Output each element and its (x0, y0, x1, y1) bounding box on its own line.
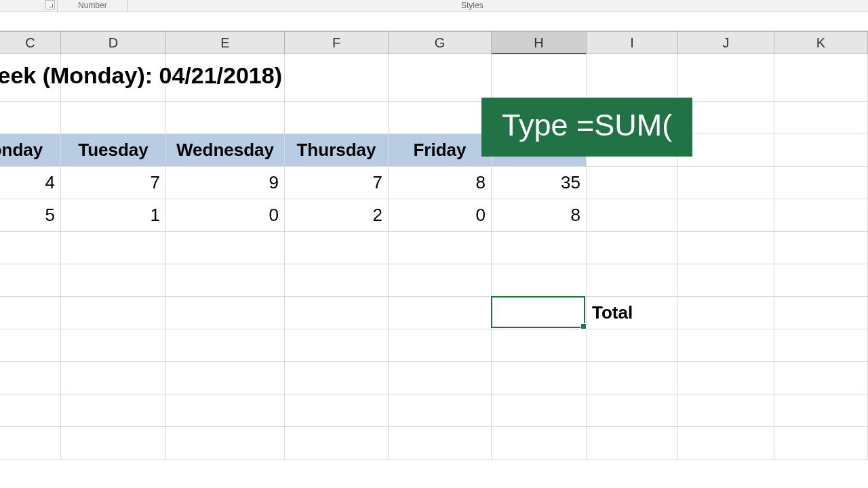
cell[interactable] (587, 362, 678, 394)
cell[interactable]: Tuesday (61, 134, 166, 167)
cell[interactable] (389, 394, 492, 427)
column-header-d[interactable]: D (61, 32, 166, 54)
cell[interactable] (678, 264, 774, 297)
cell[interactable] (492, 394, 587, 427)
cell[interactable] (774, 54, 868, 102)
cell[interactable] (285, 427, 389, 460)
cell[interactable] (166, 102, 285, 134)
cell[interactable] (389, 329, 492, 362)
column-header-f[interactable]: F (285, 32, 389, 54)
cell[interactable] (61, 232, 166, 264)
cell[interactable] (774, 134, 868, 167)
cell[interactable]: 35 (492, 167, 587, 199)
cell[interactable] (492, 264, 587, 297)
cell[interactable] (0, 362, 61, 394)
cell[interactable] (587, 329, 678, 362)
cell[interactable] (285, 329, 389, 362)
cell[interactable] (587, 264, 678, 297)
cell[interactable] (61, 394, 166, 427)
cell[interactable] (774, 264, 868, 297)
cell[interactable] (678, 329, 774, 362)
cell[interactable]: 0 (389, 199, 492, 232)
cell[interactable] (166, 362, 285, 394)
cell[interactable] (774, 329, 868, 362)
cell[interactable] (774, 199, 868, 232)
cell[interactable] (285, 54, 389, 102)
cell[interactable]: 1 (61, 199, 166, 232)
cell[interactable] (774, 362, 868, 394)
cell[interactable] (0, 264, 61, 297)
cell[interactable] (285, 297, 389, 329)
cell[interactable] (774, 167, 868, 199)
cell[interactable] (61, 427, 166, 460)
cell[interactable] (492, 297, 587, 329)
cell[interactable] (678, 427, 774, 460)
cell[interactable]: Thursday (285, 134, 389, 167)
cell[interactable] (166, 264, 285, 297)
cell[interactable] (61, 297, 166, 329)
cell[interactable] (389, 362, 492, 394)
cell[interactable] (0, 232, 61, 264)
cell[interactable] (389, 102, 492, 134)
cell[interactable] (0, 329, 61, 362)
cell[interactable]: 5 (0, 199, 61, 232)
cell[interactable] (774, 427, 868, 460)
number-group-launcher-icon[interactable] (45, 0, 55, 9)
column-header-e[interactable]: E (166, 32, 285, 54)
column-header-g[interactable]: G (389, 32, 492, 54)
cell[interactable] (678, 199, 774, 232)
cell[interactable] (285, 102, 389, 134)
cell[interactable] (0, 297, 61, 329)
cell[interactable] (389, 264, 492, 297)
table-row[interactable]: 4797835 (0, 167, 868, 199)
cell[interactable] (389, 54, 492, 102)
cell[interactable]: 0 (166, 199, 285, 232)
cell[interactable] (389, 297, 492, 329)
cell[interactable] (587, 167, 678, 199)
cell[interactable] (678, 297, 774, 329)
column-header-c[interactable]: C (0, 32, 61, 54)
cell[interactable] (492, 427, 587, 460)
cell[interactable]: 4 (0, 167, 61, 199)
cell[interactable] (0, 427, 61, 460)
grid-row[interactable] (0, 232, 868, 264)
table-row[interactable]: 510208 (0, 199, 868, 232)
cell[interactable] (285, 362, 389, 394)
grid-row[interactable] (0, 329, 868, 362)
cell[interactable] (166, 297, 285, 329)
cell[interactable] (61, 102, 166, 134)
cell[interactable]: 8 (389, 167, 492, 199)
cell[interactable] (587, 394, 678, 427)
cell[interactable] (678, 394, 774, 427)
cell[interactable] (61, 264, 166, 297)
cell[interactable] (0, 394, 61, 427)
column-header-i[interactable]: I (587, 32, 678, 54)
cell[interactable] (166, 232, 285, 264)
cell[interactable] (389, 232, 492, 264)
cell[interactable] (587, 427, 678, 460)
cell[interactable]: 7 (285, 167, 389, 199)
cell[interactable] (285, 394, 389, 427)
cell[interactable] (285, 264, 389, 297)
spreadsheet-grid[interactable]: CDEFGHIJK Week (Monday): 04/21/2018) Mon… (0, 31, 868, 460)
cell[interactable] (166, 394, 285, 427)
cell[interactable] (61, 329, 166, 362)
cell[interactable] (774, 102, 868, 134)
cell[interactable]: 2 (285, 199, 389, 232)
cell[interactable] (774, 232, 868, 264)
cell[interactable] (166, 427, 285, 460)
cell[interactable] (285, 232, 389, 264)
cell[interactable] (678, 232, 774, 264)
cell[interactable] (61, 362, 166, 394)
grid-row[interactable] (0, 427, 868, 460)
cell[interactable] (587, 232, 678, 264)
cell[interactable] (587, 199, 678, 232)
table-header-row[interactable]: MondayTuesdayWednesdayThursdayFridayTota… (0, 134, 868, 167)
cell[interactable]: 9 (166, 167, 285, 199)
cell[interactable]: Week (Monday): 04/21/2018) (0, 54, 61, 102)
cell[interactable] (0, 102, 61, 134)
cell[interactable] (678, 54, 774, 102)
cell[interactable]: Total (587, 297, 678, 329)
cell[interactable] (678, 167, 774, 199)
grid-row[interactable] (0, 362, 868, 394)
